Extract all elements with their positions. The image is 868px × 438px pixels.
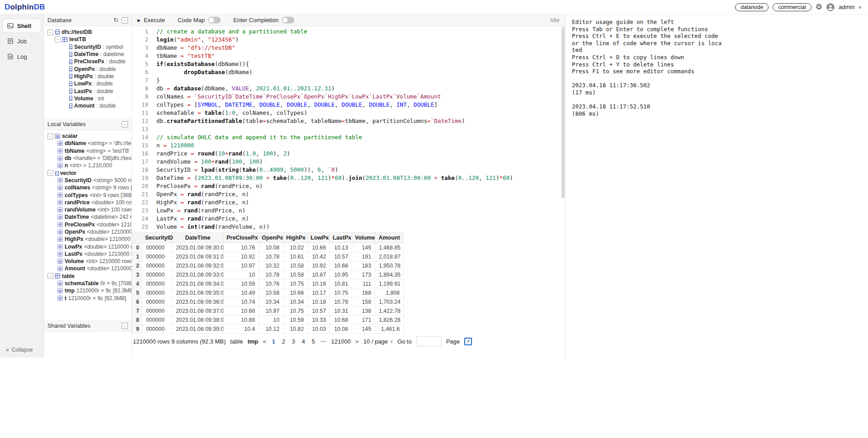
tree-item-t[interactable]: @t 1210000r × 9c [92.3MB] xyxy=(44,295,132,302)
table-label: table xyxy=(230,338,243,345)
tree-item-scalar[interactable]: -▤scalar xyxy=(44,132,132,140)
code-line-23[interactable]: 23LowPx = rand(randPrice, n) xyxy=(132,207,565,215)
prev-page-icon[interactable]: < xyxy=(263,338,266,345)
page-button-2[interactable]: 2 xyxy=(281,338,286,345)
goto-page-input[interactable] xyxy=(416,336,442,346)
code-line-12[interactable]: 12db.createPartitionedTable(table=schema… xyxy=(132,117,565,125)
table-cell: 10.75 xyxy=(283,306,308,316)
tree-item-Amount[interactable]: Amount: double xyxy=(44,102,132,109)
tree-item-LowPx[interactable]: @LowPx<double> 1210000 ro xyxy=(44,243,132,250)
refresh-icon[interactable]: ↻ xyxy=(113,17,118,23)
page-button-4[interactable]: 4 xyxy=(301,338,306,345)
expander-icon[interactable]: - xyxy=(47,29,53,35)
last-page-button[interactable]: 121000 xyxy=(331,338,351,345)
code-line-11[interactable]: 11schemaTable = table(1:0, colNames, col… xyxy=(132,109,565,117)
tree-item-n[interactable]: @n<int> = 1,210,000 xyxy=(44,162,132,169)
code-line-6[interactable]: 6 dropDatabase(dbName) xyxy=(132,68,565,76)
tree-item-HighPx[interactable]: HighPx: double xyxy=(44,73,132,80)
tree-item-OpenPx[interactable]: @OpenPx<double> 1210000 r xyxy=(44,228,132,235)
tree-item-randPrice[interactable]: @randPrice<double> 100 rows xyxy=(44,199,132,206)
local-variables-title: Local Variables xyxy=(47,121,86,127)
code-line-20[interactable]: 20PreClosePx = rand(randPrice, n) xyxy=(132,182,565,190)
more-pages-icon[interactable]: ••• xyxy=(321,339,327,344)
execute-button[interactable]: ▶ Execute xyxy=(137,17,165,24)
collapse-panel-icon[interactable]: - xyxy=(122,323,128,329)
code-map-toggle[interactable] xyxy=(208,17,221,24)
page-button-3[interactable]: 3 xyxy=(291,338,296,345)
code-line-13[interactable]: 13 xyxy=(132,125,565,133)
code-line-4[interactable]: 4tbName = "testTB" xyxy=(132,52,565,60)
tree-item-OpenPx[interactable]: OpenPx: double xyxy=(44,65,132,72)
code-line-7[interactable]: 7} xyxy=(132,76,565,85)
tree-item-Volume[interactable]: Volume: int xyxy=(44,95,132,102)
tree-item-SecurityID[interactable]: SecurityID: symbol xyxy=(44,43,132,51)
tree-item-colNames[interactable]: @colNames<string> 9 rows [29 xyxy=(44,184,132,191)
tree-item-schemaTable[interactable]: @schemaTable 0r × 9c [708B] xyxy=(44,280,132,287)
table-cell: 10.75 xyxy=(283,279,308,288)
code-line-22[interactable]: 22HighPx = rand(randPrice, n) xyxy=(132,198,565,207)
sidebar-item-shell[interactable]: Shell xyxy=(3,19,41,33)
collapse-panel-icon[interactable]: - xyxy=(122,121,128,127)
code-line-25[interactable]: 25Volume = int(rand(randVolume, n)) xyxy=(132,223,565,231)
tree-item-testTB[interactable]: -testTB xyxy=(44,36,132,43)
code-line-21[interactable]: 21OpenPx = rand(randPrice, n) xyxy=(132,190,565,198)
tree-item-tbName[interactable]: @tbName<string> = 'testTB' xyxy=(44,147,132,155)
tree-item-dbName[interactable]: @dbName<string> = 'dfs://tes xyxy=(44,140,132,147)
open-in-window-icon[interactable]: ↗ xyxy=(464,338,472,345)
code-line-10[interactable]: 10colTypes = [SYMBOL, DATETIME, DOUBLE, … xyxy=(132,101,565,109)
table-cell: 10.76 xyxy=(259,279,283,288)
tree-item-Volume[interactable]: @Volume<int> 1210000 rows [ xyxy=(44,258,132,265)
sidebar-item-job[interactable]: Job xyxy=(3,34,41,48)
code-line-17[interactable]: 17randVolume = 100+rand(100, 100) xyxy=(132,158,565,166)
tree-item-dfs://testDB[interactable]: -dfs://testDB xyxy=(44,28,132,36)
username[interactable]: admin xyxy=(839,4,854,10)
expander-icon[interactable]: - xyxy=(47,273,53,279)
execution-timestamp: 2023.04.18 11:17:36.502 xyxy=(572,82,722,89)
tree-item-LastPx[interactable]: @LastPx<double> 1210000 ro xyxy=(44,250,132,258)
page-button-1[interactable]: 1 xyxy=(271,338,276,345)
collapse-panel-icon[interactable]: - xyxy=(122,17,128,24)
code-line-18[interactable]: 18SecurityID = lpad(string(take(0..4999,… xyxy=(132,166,565,174)
page-button-5[interactable]: 5 xyxy=(311,338,316,345)
tree-item-table[interactable]: -table xyxy=(44,273,132,280)
scrollbar-thumb[interactable] xyxy=(561,27,565,198)
sidebar-item-log[interactable]: Log xyxy=(3,50,41,63)
tree-item-PreClosePx[interactable]: PreClosePx: double xyxy=(44,58,132,65)
expander-icon[interactable]: - xyxy=(55,37,61,42)
tree-item-DateTime[interactable]: @DateTime<datetime> 242 ro xyxy=(44,213,132,221)
code-line-15[interactable]: 15n = 1210000 xyxy=(132,141,565,150)
page-size-select[interactable]: 10 / page ∨ xyxy=(363,338,393,345)
tree-item-LastPx[interactable]: LastPx: double xyxy=(44,87,132,94)
code-line-1[interactable]: 1// create a database and a partitioned … xyxy=(132,28,565,36)
code-line-14[interactable]: 14// simulate OHLC data and append it to… xyxy=(132,133,565,141)
tree-item-LowPx[interactable]: LowPx: double xyxy=(44,80,132,87)
tree-item-randVolume[interactable]: @randVolume<int> 100 rows [ xyxy=(44,206,132,213)
next-page-icon[interactable]: > xyxy=(355,338,359,345)
code-line-2[interactable]: 2login("admin", "123456") xyxy=(132,36,565,44)
settings-gear-icon[interactable]: ⚙ xyxy=(816,3,822,11)
code-editor[interactable]: 1// create a database and a partitioned … xyxy=(132,26,565,358)
code-line-9[interactable]: 9colNames = `SecurityID`DateTime`PreClos… xyxy=(132,93,565,101)
collapse-sidebar-button[interactable]: « Collapse xyxy=(6,347,33,353)
app-header: DolphinDB datanode commercial ⚙ admin ∨ xyxy=(0,0,868,14)
expander-icon[interactable]: - xyxy=(47,170,53,176)
tree-item-tmp[interactable]: @tmp 1210000r × 9c [92.3MB] xyxy=(44,287,132,294)
user-avatar-icon[interactable] xyxy=(826,3,835,11)
tree-item-colTypes[interactable]: @colTypes<int> 9 rows [36B] xyxy=(44,191,132,198)
tree-item-PreClosePx[interactable]: @PreClosePx<double> 121000 xyxy=(44,221,132,228)
code-line-16[interactable]: 16randPrice = round(10+rand(1.0, 100), 2… xyxy=(132,150,565,158)
code-line-24[interactable]: 24LastPx = rand(randPrice, n) xyxy=(132,215,565,223)
tree-item-HighPx[interactable]: @HighPx<double> 1210000 ro xyxy=(44,235,132,243)
enter-completion-toggle[interactable] xyxy=(282,17,294,24)
code-line-5[interactable]: 5if(existsDatabase(dbName)){ xyxy=(132,60,565,68)
code-line-19[interactable]: 19DateTime = (2023.01.08T09:30:00 + take… xyxy=(132,174,565,182)
tree-item-Amount[interactable]: @Amount<double> 1210000 r xyxy=(44,265,132,272)
code-line-8[interactable]: 8db = database(dbName, VALUE, 2021.01.01… xyxy=(132,85,565,93)
tree-item-SecurityID[interactable]: @SecurityID<string> 5000 rows xyxy=(44,177,132,184)
tree-item-db[interactable]: @db<handle> = 'DB[dfs://testD xyxy=(44,155,132,162)
expander-icon[interactable]: - xyxy=(47,133,53,139)
chevron-down-icon[interactable]: ∨ xyxy=(858,5,862,9)
tree-item-vector[interactable]: -[ ]vector xyxy=(44,169,132,176)
code-line-3[interactable]: 3dbName = "dfs://testDB" xyxy=(132,44,565,52)
tree-item-DateTime[interactable]: DateTime: datetime xyxy=(44,51,132,58)
